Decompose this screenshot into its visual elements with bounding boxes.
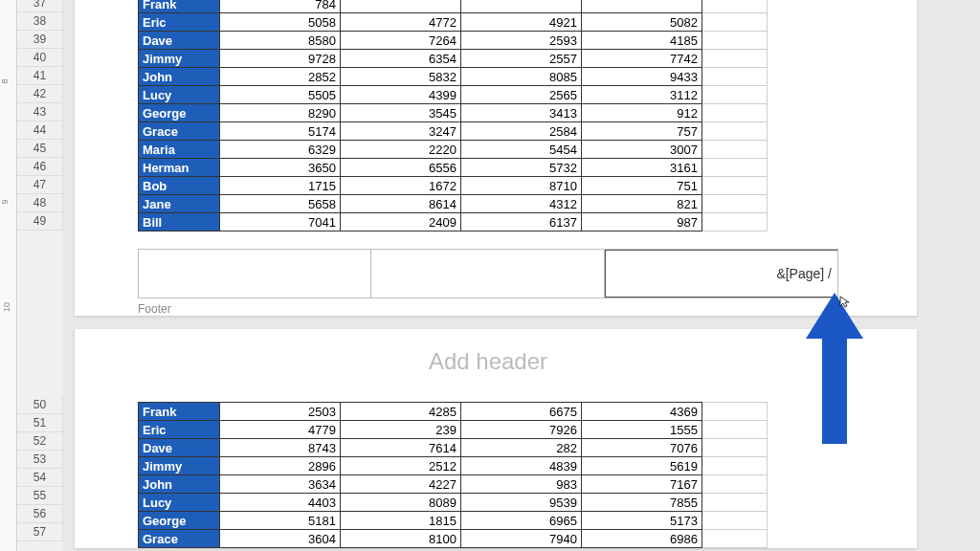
value-cell[interactable]: 6329: [220, 141, 341, 159]
value-cell[interactable]: 2409: [341, 213, 461, 231]
table-row[interactable]: Grace517432472584757: [139, 122, 768, 141]
value-cell[interactable]: 4369: [582, 403, 702, 421]
table-row[interactable]: George829035453413912: [139, 104, 768, 122]
value-cell[interactable]: 4227: [341, 475, 461, 494]
table-row[interactable]: Grace3604810079406986: [139, 530, 768, 548]
table-row[interactable]: Lucy5505439925653112: [139, 86, 768, 104]
table-row[interactable]: Eric5058477249215082: [139, 13, 768, 32]
row-number[interactable]: 56: [17, 505, 63, 523]
value-cell[interactable]: 4312: [461, 195, 582, 213]
value-cell[interactable]: 5058: [220, 13, 341, 32]
value-cell[interactable]: 3112: [582, 86, 702, 104]
value-cell[interactable]: 3247: [341, 122, 461, 141]
data-table-2[interactable]: Frank2503428566754369Eric477923979261555…: [138, 402, 768, 548]
table-row[interactable]: Bill704124096137987: [139, 213, 768, 231]
value-cell[interactable]: 3634: [220, 475, 341, 494]
value-cell[interactable]: 2565: [461, 86, 582, 104]
value-cell[interactable]: 4185: [582, 32, 702, 50]
value-cell[interactable]: 2593: [461, 32, 582, 50]
value-cell[interactable]: [341, 0, 461, 13]
table-row[interactable]: Maria6329222054543007: [139, 141, 768, 159]
name-cell[interactable]: John: [139, 475, 220, 494]
value-cell[interactable]: 1555: [582, 421, 702, 439]
empty-cell[interactable]: [702, 0, 768, 13]
value-cell[interactable]: 3545: [341, 104, 461, 122]
empty-cell[interactable]: [702, 177, 768, 195]
footer-right[interactable]: &[Page] /: [605, 250, 837, 298]
value-cell[interactable]: 7264: [341, 32, 461, 50]
value-cell[interactable]: 821: [582, 195, 702, 213]
row-number[interactable]: 37: [17, 0, 63, 12]
value-cell[interactable]: 3413: [461, 104, 582, 122]
empty-cell[interactable]: [702, 68, 768, 86]
value-cell[interactable]: 3161: [582, 159, 702, 177]
row-number[interactable]: 48: [17, 194, 63, 212]
value-cell[interactable]: 6137: [461, 213, 582, 231]
table-row[interactable]: Dave8580726425934185: [139, 32, 768, 50]
row-number[interactable]: 43: [17, 103, 63, 121]
value-cell[interactable]: 2852: [220, 68, 341, 86]
add-header-placeholder[interactable]: Add header: [138, 348, 838, 375]
empty-cell[interactable]: [702, 32, 768, 50]
table-row[interactable]: John363442279837167: [139, 475, 768, 494]
value-cell[interactable]: 5832: [341, 68, 461, 86]
empty-cell[interactable]: [702, 494, 768, 512]
value-cell[interactable]: 4403: [220, 494, 341, 512]
empty-cell[interactable]: [702, 421, 768, 439]
value-cell[interactable]: 4779: [220, 421, 341, 439]
name-cell[interactable]: Bill: [139, 213, 220, 231]
value-cell[interactable]: 9728: [220, 50, 341, 68]
empty-cell[interactable]: [702, 439, 768, 457]
value-cell[interactable]: 5173: [582, 512, 702, 530]
value-cell[interactable]: 282: [461, 439, 582, 457]
name-cell[interactable]: Dave: [139, 439, 220, 457]
row-number[interactable]: 55: [17, 487, 63, 505]
value-cell[interactable]: 7076: [582, 439, 702, 457]
value-cell[interactable]: 7926: [461, 421, 582, 439]
value-cell[interactable]: 1815: [341, 512, 461, 530]
value-cell[interactable]: 912: [582, 104, 702, 122]
name-cell[interactable]: Eric: [139, 13, 220, 32]
empty-cell[interactable]: [702, 457, 768, 475]
empty-cell[interactable]: [702, 13, 768, 32]
value-cell[interactable]: 8580: [220, 32, 341, 50]
name-cell[interactable]: John: [139, 68, 220, 86]
table-row[interactable]: Bob171516728710751: [139, 177, 768, 195]
empty-cell[interactable]: [702, 475, 768, 494]
value-cell[interactable]: 2896: [220, 457, 341, 475]
name-cell[interactable]: Jimmy: [139, 50, 220, 68]
value-cell[interactable]: 4399: [341, 86, 461, 104]
row-number[interactable]: 44: [17, 121, 63, 140]
value-cell[interactable]: 2503: [220, 403, 341, 421]
value-cell[interactable]: 6556: [341, 159, 461, 177]
value-cell[interactable]: 7940: [461, 530, 582, 548]
value-cell[interactable]: 7167: [582, 475, 702, 494]
value-cell[interactable]: 2512: [341, 457, 461, 475]
value-cell[interactable]: 8100: [341, 530, 461, 548]
value-cell[interactable]: 1672: [341, 177, 461, 195]
value-cell[interactable]: 8710: [461, 177, 582, 195]
value-cell[interactable]: 5181: [220, 512, 341, 530]
value-cell[interactable]: 5619: [582, 457, 702, 475]
name-cell[interactable]: Frank: [139, 403, 220, 421]
value-cell[interactable]: [461, 0, 582, 13]
value-cell[interactable]: 8290: [220, 104, 341, 122]
row-number[interactable]: 38: [17, 12, 63, 31]
table-row[interactable]: Dave874376142827076: [139, 439, 768, 457]
empty-cell[interactable]: [702, 141, 768, 159]
table-row[interactable]: Jimmy9728635425577742: [139, 50, 768, 68]
empty-cell[interactable]: [702, 213, 768, 231]
empty-cell[interactable]: [702, 50, 768, 68]
row-number[interactable]: 52: [17, 432, 63, 451]
value-cell[interactable]: 987: [582, 213, 702, 231]
value-cell[interactable]: [582, 0, 702, 13]
value-cell[interactable]: 2220: [341, 141, 461, 159]
value-cell[interactable]: 9539: [461, 494, 582, 512]
value-cell[interactable]: 8089: [341, 494, 461, 512]
value-cell[interactable]: 2557: [461, 50, 582, 68]
empty-cell[interactable]: [702, 530, 768, 548]
name-cell[interactable]: Eric: [139, 421, 220, 439]
row-number[interactable]: 42: [17, 85, 63, 103]
name-cell[interactable]: George: [139, 104, 220, 122]
name-cell[interactable]: Frank: [139, 0, 220, 13]
